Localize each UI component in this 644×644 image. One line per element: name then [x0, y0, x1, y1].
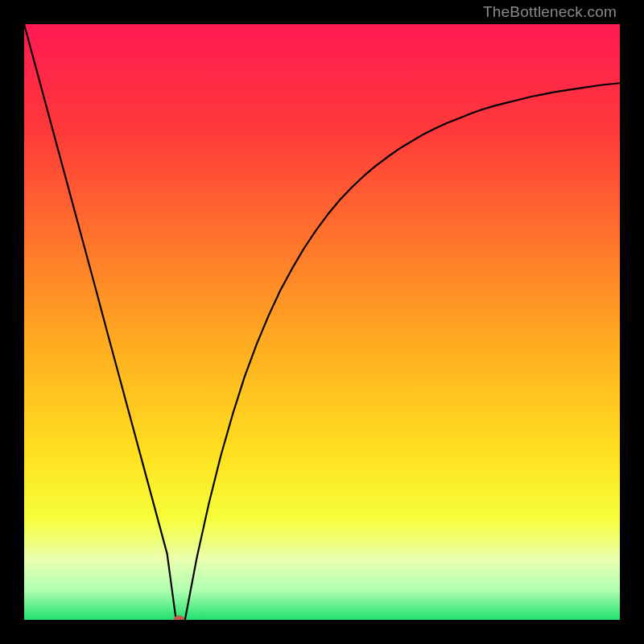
bottleneck-chart: [24, 24, 620, 620]
chart-background: [24, 24, 620, 620]
chart-frame: [24, 24, 620, 620]
attribution-text: TheBottleneck.com: [483, 3, 617, 21]
